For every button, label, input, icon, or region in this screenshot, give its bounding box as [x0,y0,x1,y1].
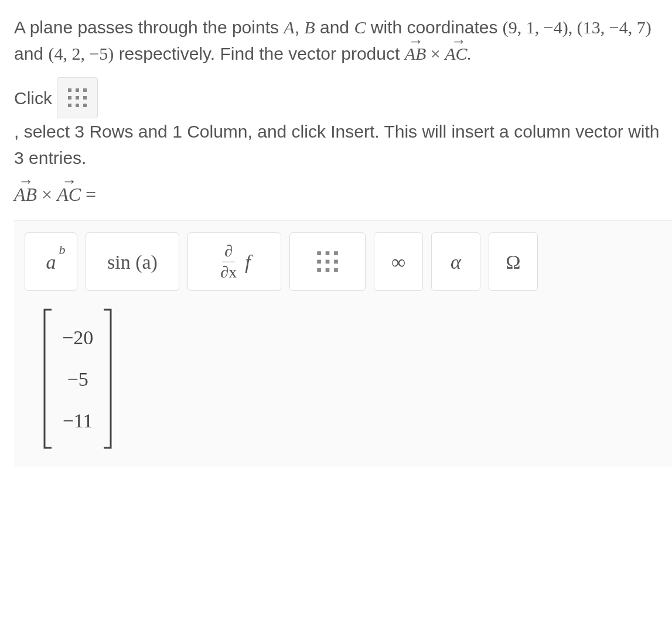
right-bracket-icon [103,309,113,449]
alpha-label: α [451,247,461,277]
text-part: and [14,44,48,63]
point-A: A [284,18,294,37]
derivative-button[interactable]: ∂ ∂x f [187,232,281,291]
svg-rect-8 [83,104,87,107]
svg-rect-13 [326,260,330,264]
answer-input-area[interactable]: −20 −5 −11 [25,291,661,456]
text-part: A plane passes through the points [14,18,284,37]
instruction-rest: , select 3 Rows and 1 Column, and click … [14,118,672,171]
arrow-over-icon: → [445,30,472,53]
svg-rect-3 [68,96,71,100]
svg-rect-17 [334,268,338,272]
infinity-button[interactable]: ∞ [374,232,423,291]
svg-rect-10 [326,251,330,255]
matrix-button[interactable] [289,232,366,291]
matrix-grid-icon [316,250,339,273]
svg-rect-14 [334,260,338,264]
svg-rect-0 [68,88,71,92]
vector-AC: → AC. [445,40,472,67]
vector-entry-2[interactable]: −5 [59,358,97,400]
eq-vector-AC: → AC [57,180,81,208]
arrow-over-icon: → [57,170,81,193]
times-symbol: × [426,44,445,63]
svg-rect-12 [317,260,321,264]
deriv-f-label: f [245,247,250,277]
deriv-num: ∂ [222,242,235,262]
vector-AB: → AB [405,40,427,67]
insert-matrix-button[interactable] [57,77,98,118]
trig-button[interactable]: sin (a) [86,232,179,291]
svg-rect-16 [326,268,330,272]
arrow-over-icon: → [405,30,427,53]
instruction-line: Click , select 3 Rows and 1 Column, and … [14,77,672,171]
omega-label: Ω [506,247,520,277]
infinity-label: ∞ [391,247,405,277]
svg-rect-11 [334,251,338,255]
trig-label: sin (a) [107,247,158,277]
arrow-over-icon: → [14,170,37,193]
coords-B: (13, −4, 7) [577,18,651,37]
coords-A: (9, 1, −4) [503,18,568,37]
alpha-button[interactable]: α [431,232,480,291]
text-part: , [568,18,577,37]
point-C: C [354,18,366,37]
coords-C: (4, 2, −5) [48,44,114,63]
omega-button[interactable]: Ω [489,232,538,291]
power-button[interactable]: ab [25,232,77,291]
click-label: Click [14,85,52,111]
svg-rect-6 [68,104,71,107]
svg-rect-15 [317,268,321,272]
matrix-grid-icon [67,87,88,108]
power-exp-label: b [59,240,66,259]
text-part: , [295,18,305,37]
svg-rect-5 [83,96,87,100]
column-vector: −20 −5 −11 [42,309,113,450]
eq-vector-AB: → AB [14,180,37,208]
equals-symbol: = [81,184,96,205]
left-bracket-icon [42,309,53,449]
deriv-den: ∂x [218,262,239,282]
equation-line: → AB × → AC = [14,180,672,208]
point-B: B [304,18,315,37]
svg-rect-7 [76,104,79,107]
question-text: A plane passes through the points A, B a… [14,14,672,67]
svg-rect-9 [317,251,321,255]
equation-editor-region: ab sin (a) ∂ ∂x f ∞ α Ω [14,220,672,467]
vector-entry-3[interactable]: −11 [59,400,97,441]
svg-rect-1 [76,88,79,92]
text-part: and [315,18,354,37]
vector-entry-1[interactable]: −20 [59,317,97,358]
svg-rect-2 [83,88,87,92]
power-base-label: a [46,251,56,273]
svg-rect-4 [76,96,79,100]
text-part: with coordinates [366,18,502,37]
times-symbol: × [37,184,57,205]
text-part: respectively. Find the vector product [114,44,404,63]
equation-toolbar: ab sin (a) ∂ ∂x f ∞ α Ω [25,232,661,291]
